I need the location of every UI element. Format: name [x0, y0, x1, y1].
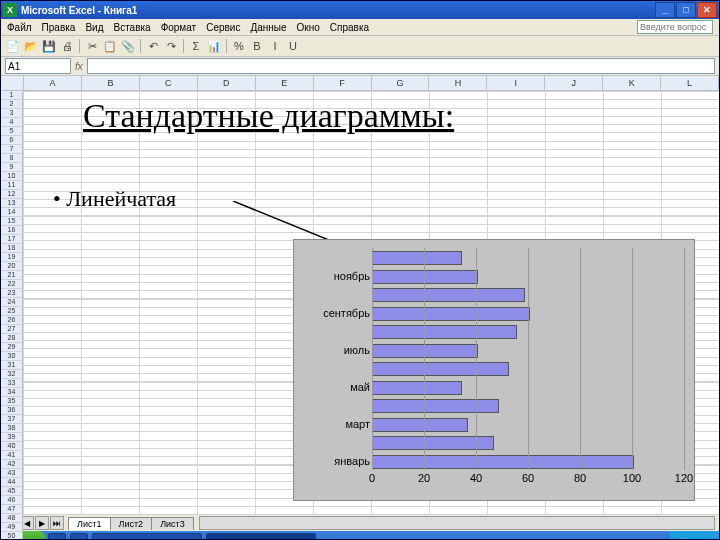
col-header[interactable]: A — [24, 76, 82, 90]
taskbar-item[interactable]: Microsoft Excel - Кни... — [206, 533, 316, 540]
col-header[interactable]: C — [140, 76, 198, 90]
taskbar-item[interactable]: Microsoft PowerPoint... — [92, 533, 203, 540]
tab-nav-last-icon[interactable]: ⏭ — [50, 516, 64, 530]
chart-icon[interactable]: 📊 — [206, 38, 222, 54]
help-search-input[interactable] — [637, 20, 713, 34]
menu-window[interactable]: Окно — [297, 22, 320, 33]
menu-edit[interactable]: Правка — [42, 22, 76, 33]
row-header[interactable]: 43 — [1, 469, 23, 478]
row-header[interactable]: 5 — [1, 127, 23, 136]
row-header[interactable]: 36 — [1, 406, 23, 415]
bold-icon[interactable]: B — [249, 38, 265, 54]
close-button[interactable]: ✕ — [697, 2, 717, 18]
system-tray[interactable]: 🔊 9:17 — [670, 531, 719, 540]
row-header[interactable]: 50 — [1, 532, 23, 540]
row-header[interactable]: 41 — [1, 451, 23, 460]
sheet-tab[interactable]: Лист3 — [151, 517, 194, 530]
row-header[interactable]: 34 — [1, 388, 23, 397]
row-header[interactable]: 38 — [1, 424, 23, 433]
formula-input[interactable] — [87, 58, 715, 74]
row-header[interactable]: 1 — [1, 91, 23, 100]
row-header[interactable]: 18 — [1, 244, 23, 253]
row-header[interactable]: 6 — [1, 136, 23, 145]
col-header[interactable]: F — [314, 76, 372, 90]
copy-icon[interactable]: 📋 — [102, 38, 118, 54]
row-header[interactable]: 16 — [1, 226, 23, 235]
row-header[interactable]: 28 — [1, 334, 23, 343]
menu-format[interactable]: Формат — [161, 22, 197, 33]
col-header[interactable]: L — [661, 76, 719, 90]
sheet-tab[interactable]: Лист1 — [68, 517, 111, 530]
menu-tools[interactable]: Сервис — [206, 22, 240, 33]
fx-icon[interactable]: fx — [75, 61, 83, 72]
select-all-corner[interactable] — [1, 76, 24, 90]
row-header[interactable]: 45 — [1, 487, 23, 496]
row-header[interactable]: 12 — [1, 190, 23, 199]
bar-chart[interactable]: 020406080100120 январьмартмайиюльсентябр… — [293, 239, 695, 501]
row-header[interactable]: 2 — [1, 100, 23, 109]
row-header[interactable]: 35 — [1, 397, 23, 406]
row-header[interactable]: 32 — [1, 370, 23, 379]
row-header[interactable]: 14 — [1, 208, 23, 217]
row-header[interactable]: 9 — [1, 163, 23, 172]
col-header[interactable]: I — [487, 76, 545, 90]
col-header[interactable]: D — [198, 76, 256, 90]
col-header[interactable]: H — [429, 76, 487, 90]
taskbar-item[interactable] — [70, 533, 88, 540]
cell-grid[interactable]: Стандартные диаграммы: • Линейчатая 0204… — [23, 91, 719, 515]
col-header[interactable]: J — [545, 76, 603, 90]
row-header[interactable]: 48 — [1, 514, 23, 523]
col-header[interactable]: E — [256, 76, 314, 90]
col-header[interactable]: K — [603, 76, 661, 90]
row-header[interactable]: 49 — [1, 523, 23, 532]
row-header[interactable]: 30 — [1, 352, 23, 361]
row-header[interactable]: 39 — [1, 433, 23, 442]
open-icon[interactable]: 📂 — [23, 38, 39, 54]
row-header[interactable]: 22 — [1, 280, 23, 289]
row-header[interactable]: 4 — [1, 118, 23, 127]
row-header[interactable]: 46 — [1, 496, 23, 505]
new-icon[interactable]: 📄 — [5, 38, 21, 54]
row-header[interactable]: 27 — [1, 325, 23, 334]
row-header[interactable]: 42 — [1, 460, 23, 469]
horizontal-scrollbar[interactable] — [199, 516, 715, 530]
row-header[interactable]: 37 — [1, 415, 23, 424]
row-header[interactable]: 8 — [1, 154, 23, 163]
tab-nav-next-icon[interactable]: ▶ — [35, 516, 49, 530]
paste-icon[interactable]: 📎 — [120, 38, 136, 54]
print-icon[interactable]: 🖨 — [59, 38, 75, 54]
row-header[interactable]: 26 — [1, 316, 23, 325]
underline-icon[interactable]: U — [285, 38, 301, 54]
row-header[interactable]: 13 — [1, 199, 23, 208]
row-header[interactable]: 47 — [1, 505, 23, 514]
row-header[interactable]: 29 — [1, 343, 23, 352]
row-header[interactable]: 31 — [1, 361, 23, 370]
cut-icon[interactable]: ✂ — [84, 38, 100, 54]
menu-help[interactable]: Справка — [330, 22, 369, 33]
row-header[interactable]: 15 — [1, 217, 23, 226]
row-header[interactable]: 40 — [1, 442, 23, 451]
col-header[interactable]: G — [372, 76, 430, 90]
maximize-button[interactable]: □ — [676, 2, 696, 18]
autosum-icon[interactable]: Σ — [188, 38, 204, 54]
menu-view[interactable]: Вид — [85, 22, 103, 33]
save-icon[interactable]: 💾 — [41, 38, 57, 54]
row-header[interactable]: 24 — [1, 298, 23, 307]
row-header[interactable]: 20 — [1, 262, 23, 271]
italic-icon[interactable]: I — [267, 38, 283, 54]
taskbar-item[interactable] — [48, 533, 66, 540]
menu-data[interactable]: Данные — [250, 22, 286, 33]
name-box[interactable]: A1 — [5, 58, 71, 74]
row-header[interactable]: 3 — [1, 109, 23, 118]
row-header[interactable]: 44 — [1, 478, 23, 487]
row-header[interactable]: 11 — [1, 181, 23, 190]
row-header[interactable]: 25 — [1, 307, 23, 316]
sheet-tab[interactable]: Лист2 — [110, 517, 153, 530]
row-header[interactable]: 17 — [1, 235, 23, 244]
undo-icon[interactable]: ↶ — [145, 38, 161, 54]
row-header[interactable]: 7 — [1, 145, 23, 154]
row-header[interactable]: 19 — [1, 253, 23, 262]
redo-icon[interactable]: ↷ — [163, 38, 179, 54]
menu-file[interactable]: Файл — [7, 22, 32, 33]
minimize-button[interactable]: _ — [655, 2, 675, 18]
